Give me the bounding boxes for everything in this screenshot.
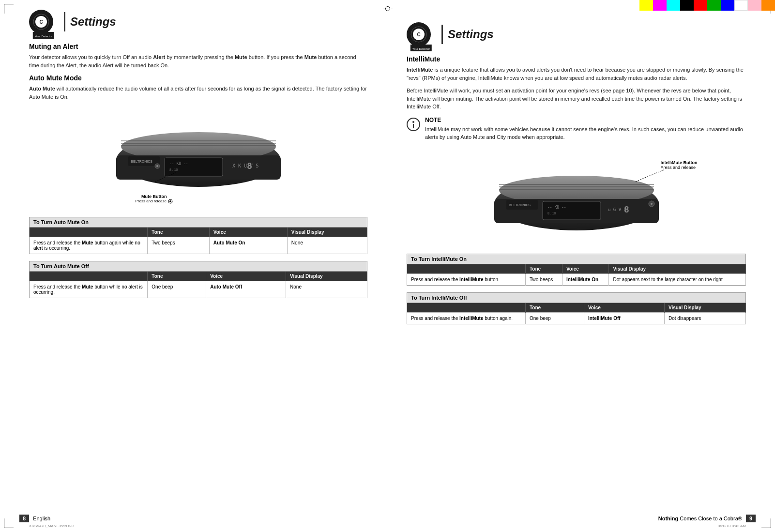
svg-line-20 bbox=[155, 172, 177, 182]
intelli-off-voice: IntelliMute Off bbox=[584, 312, 664, 324]
left-header-divider bbox=[64, 12, 65, 31]
svg-line-42 bbox=[635, 170, 664, 182]
color-pink bbox=[748, 0, 761, 11]
col-tone-ioff: Tone bbox=[526, 303, 584, 313]
right-device-image: -- KU -- 8 . 10 u G V S BELTRONICS 8 Int… bbox=[407, 147, 746, 249]
auto-mute-off-section: To Turn Auto Mute Off Tone Voice Visual … bbox=[29, 261, 367, 298]
svg-point-41 bbox=[651, 203, 653, 205]
color-black bbox=[680, 0, 694, 11]
tagline: Nothing Comes Close to a Cobra® bbox=[658, 516, 742, 521]
col-tone-on: Tone bbox=[148, 228, 210, 237]
note-icon bbox=[407, 118, 420, 131]
svg-point-17 bbox=[156, 165, 158, 167]
note-box: NOTE IntelliMute may not work with some … bbox=[407, 117, 746, 141]
col-tone-ion: Tone bbox=[526, 264, 562, 274]
right-header-title: Settings bbox=[448, 28, 494, 41]
left-device-svg: -- KU -- 8 . 10 X K U V S BELTRONICS 8 bbox=[106, 112, 290, 197]
color-orange bbox=[761, 0, 775, 11]
auto-mute-on-display: None bbox=[287, 237, 367, 254]
col-display-on: Visual Display bbox=[287, 228, 367, 237]
intelli-off-table: Tone Voice Visual Display Press and rele… bbox=[407, 303, 746, 324]
intelli-para2: Before IntelliMute will work, you must s… bbox=[407, 87, 746, 111]
svg-rect-30 bbox=[543, 201, 601, 220]
auto-mute-title: Auto Mute Mode bbox=[29, 74, 367, 82]
intelli-on-action: Press and release the IntelliMute button… bbox=[407, 274, 526, 285]
col-display-ion: Visual Display bbox=[609, 264, 746, 274]
page-num-box-left: 8 bbox=[19, 515, 29, 522]
right-your-detector: Your Detector bbox=[412, 47, 430, 50]
intelli-title: IntelliMute bbox=[407, 55, 746, 63]
auto-mute-on-voice: Auto Mute On bbox=[209, 237, 287, 254]
intelli-off-action: Press and release the IntelliMute button… bbox=[407, 312, 526, 324]
page-language: English bbox=[33, 516, 50, 521]
left-your-detector: Your Detector bbox=[35, 35, 52, 38]
auto-mute-off-voice: Auto Mute Off bbox=[206, 281, 286, 298]
color-white bbox=[734, 0, 748, 11]
page-container: C Your Detector Settings Muting an Alert… bbox=[0, 0, 775, 532]
col-action-ion bbox=[407, 264, 526, 274]
auto-mute-on-action: Press and release the Mute button again … bbox=[30, 237, 148, 254]
intelli-off-tone: One beep bbox=[526, 312, 584, 324]
auto-mute-off-tone: One beep bbox=[148, 281, 206, 298]
auto-mute-text: Auto Mute will automatically reduce the … bbox=[29, 85, 367, 101]
color-cyan bbox=[667, 0, 680, 11]
auto-mute-off-display: None bbox=[286, 281, 367, 298]
intelli-on-row: Press and release the IntelliMute button… bbox=[407, 274, 746, 285]
intelli-off-display: Dot disappears bbox=[665, 312, 746, 324]
color-blue bbox=[721, 0, 734, 11]
note-content: NOTE IntelliMute may not work with some … bbox=[425, 117, 746, 141]
intelli-on-voice: IntelliMute On bbox=[562, 274, 609, 285]
svg-text:BELTRONICS: BELTRONICS bbox=[509, 203, 531, 207]
intelli-on-tone: Two beeps bbox=[526, 274, 562, 285]
auto-mute-on-title: To Turn Auto Mute On bbox=[29, 217, 367, 228]
col-voice-off: Voice bbox=[206, 272, 286, 281]
col-display-off: Visual Display bbox=[286, 272, 367, 281]
color-magenta bbox=[653, 0, 667, 11]
right-header-icon: C bbox=[407, 22, 431, 46]
auto-mute-on-section: To Turn Auto Mute On Tone Voice Visual D… bbox=[29, 217, 367, 254]
muting-text: Your detector allows you to quickly turn… bbox=[29, 53, 367, 69]
page-number-left: 8 English bbox=[19, 515, 50, 522]
page-num-box-right: 9 bbox=[746, 515, 756, 522]
right-header: C Your Detector Settings bbox=[407, 22, 746, 46]
svg-point-19 bbox=[169, 200, 171, 202]
svg-text:8: 8 bbox=[247, 161, 252, 171]
page-left: C Your Detector Settings Muting an Alert… bbox=[0, 0, 387, 532]
left-header: C Your Detector Settings bbox=[29, 10, 367, 34]
intelli-on-table: Tone Voice Visual Display Press and rele… bbox=[407, 264, 746, 286]
svg-text:BELTRONICS: BELTRONICS bbox=[131, 160, 152, 163]
file-info-right: 8/20/10 8:42 AM bbox=[718, 524, 746, 528]
col-voice-ion: Voice bbox=[562, 264, 609, 274]
col-voice-ioff: Voice bbox=[584, 303, 664, 313]
svg-text:X K U V S: X K U V S bbox=[232, 163, 258, 168]
col-action-on bbox=[30, 228, 148, 237]
color-bar bbox=[639, 0, 775, 11]
intelli-on-display: Dot appears next to the large character … bbox=[609, 274, 746, 285]
right-header-divider bbox=[441, 25, 443, 44]
auto-mute-off-action: Press and release the Mute button while … bbox=[30, 281, 148, 298]
note-title: NOTE bbox=[425, 117, 746, 123]
svg-text:-- KU --: -- KU -- bbox=[169, 162, 188, 166]
left-header-title: Settings bbox=[70, 15, 116, 29]
muting-title: Muting an Alert bbox=[29, 43, 367, 50]
intelli-off-row: Press and release the IntelliMute button… bbox=[407, 312, 746, 324]
auto-mute-on-row: Press and release the Mute button again … bbox=[30, 237, 367, 254]
svg-text:8 . 10: 8 . 10 bbox=[547, 212, 556, 215]
svg-text:-- KU --: -- KU -- bbox=[547, 205, 566, 210]
auto-mute-on-table: Tone Voice Visual Display Press and rele… bbox=[29, 228, 367, 254]
col-voice-on: Voice bbox=[209, 228, 287, 237]
color-green bbox=[707, 0, 721, 11]
left-device-image: -- KU -- 8 . 10 X K U V S BELTRONICS 8 bbox=[29, 106, 367, 202]
mute-button-annotation: Mute Button Press and release bbox=[136, 194, 173, 204]
intelli-off-title: To Turn IntelliMute Off bbox=[407, 292, 746, 303]
auto-mute-off-table: Tone Voice Visual Display Press and rele… bbox=[29, 272, 367, 298]
svg-text:C: C bbox=[39, 19, 43, 25]
svg-text:8: 8 bbox=[624, 204, 629, 214]
intelli-on-title: To Turn IntelliMute On bbox=[407, 254, 746, 264]
auto-mute-on-tone: Two beeps bbox=[148, 237, 210, 254]
svg-text:C: C bbox=[417, 32, 420, 37]
left-header-icon: C bbox=[29, 10, 53, 34]
note-text: IntelliMute may not work with some vehic… bbox=[425, 125, 746, 141]
page-right: C Your Detector Settings IntelliMute Int… bbox=[387, 0, 775, 532]
auto-mute-off-row: Press and release the Mute button while … bbox=[30, 281, 367, 298]
